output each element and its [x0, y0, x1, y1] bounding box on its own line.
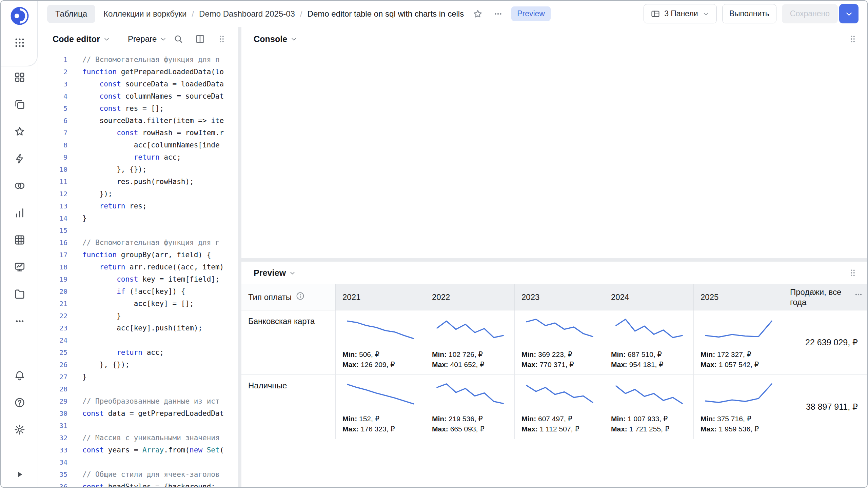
line-number: 22	[38, 310, 67, 322]
column-header[interactable]: Продажи, все года	[783, 284, 867, 310]
preview-table: Тип оплаты20212022202320242025Продажи, в…	[241, 284, 867, 439]
console-title[interactable]: Console	[254, 34, 287, 44]
line-number: 10	[38, 163, 67, 176]
settings-icon[interactable]	[13, 423, 26, 436]
line-number: 18	[38, 261, 67, 273]
breadcrumb-item[interactable]: Demo editor table on sql with charts in …	[308, 9, 464, 19]
panels-layout-icon	[651, 9, 660, 19]
breadcrumb-item[interactable]: Коллекции и воркбуки	[103, 9, 186, 19]
panels-dropdown-button[interactable]: 3 Панели	[644, 4, 717, 23]
dashboards-icon[interactable]	[13, 70, 26, 84]
line-number: 14	[38, 212, 67, 224]
favorite-star-icon[interactable]	[471, 7, 484, 20]
chevron-down-icon[interactable]	[103, 36, 110, 43]
column-header[interactable]: 2025	[694, 284, 783, 310]
more-icon[interactable]	[13, 314, 26, 328]
info-icon[interactable]	[296, 291, 305, 303]
chart-cell: Min: 152, ₽Max: 176 323, ₽	[336, 375, 425, 439]
notifications-icon[interactable]	[13, 369, 26, 382]
sparkline-chart	[702, 316, 775, 345]
more-actions-icon[interactable]	[492, 7, 505, 20]
chevron-down-icon[interactable]	[290, 36, 297, 43]
collections-icon[interactable]	[13, 98, 26, 111]
code-line: 22 }	[38, 310, 238, 322]
storage-icon[interactable]	[13, 287, 26, 301]
column-header[interactable]: 2021	[336, 284, 425, 310]
code-line: 1// Вспомогательная функция для п	[38, 54, 238, 66]
column-header[interactable]: 2022	[425, 284, 515, 310]
column-header-label: 2022	[432, 292, 450, 302]
code-lines[interactable]: 1// Вспомогательная функция для п2functi…	[38, 51, 238, 487]
min-value: Min: 369 223, ₽	[521, 349, 598, 360]
line-number: 35	[38, 468, 67, 481]
column-header-label: 2023	[521, 292, 539, 302]
code-editor-header: Code editor Prepare	[38, 27, 238, 51]
apps-grid-icon[interactable]	[13, 36, 26, 49]
view-switcher-button[interactable]: Таблица	[47, 5, 95, 23]
column-menu-icon[interactable]	[854, 290, 863, 302]
collapse-sidebar-icon[interactable]	[13, 468, 26, 481]
saved-button-label: Сохранено	[790, 9, 830, 18]
drag-handle-icon[interactable]	[847, 267, 859, 279]
console-header: Console	[241, 27, 867, 51]
line-number: 8	[38, 139, 67, 151]
run-button[interactable]: Выполнить	[722, 4, 776, 23]
max-value: Max: 126 209, ₽	[342, 360, 419, 370]
min-value: Min: 1 007 933, ₽	[611, 414, 687, 424]
line-number: 9	[38, 151, 67, 163]
preview-title[interactable]: Preview	[254, 268, 286, 278]
preview-badge[interactable]: Preview	[511, 6, 551, 21]
code-line: 27}	[38, 371, 238, 383]
split-view-icon[interactable]	[194, 33, 206, 45]
chevron-down-icon[interactable]	[160, 36, 167, 43]
line-number: 2	[38, 66, 67, 78]
save-menu-button[interactable]	[839, 4, 859, 23]
column-header[interactable]: 2024	[604, 284, 694, 310]
breadcrumb-item[interactable]: Demo Dashboard 2025-03	[199, 9, 295, 19]
code-line: 6 sourceData.filter(item => ite	[38, 115, 238, 127]
max-value: Max: 1 959 536, ₽	[701, 424, 777, 434]
code-line: 16// Вспомогательная функция для г	[38, 237, 238, 249]
chart-cell: Min: 102 726, ₽Max: 401 652, ₽	[425, 310, 515, 375]
help-icon[interactable]	[13, 396, 26, 409]
line-number: 16	[38, 237, 67, 249]
column-header[interactable]: Тип оплаты	[241, 284, 336, 310]
search-icon[interactable]	[173, 33, 184, 45]
chart-cell: Min: 607 497, ₽Max: 1 112 507, ₽	[515, 375, 604, 439]
chevron-down-icon	[702, 10, 710, 18]
code-line: 32// Массив с уникальными значения	[38, 432, 238, 444]
tables-icon[interactable]	[13, 233, 26, 247]
preview-panel: Preview Тип оплаты20212022202320242025Пр…	[241, 262, 867, 487]
sparkline-chart	[344, 380, 417, 410]
code-editor-title[interactable]: Code editor	[53, 34, 100, 44]
column-header[interactable]: 2023	[515, 284, 604, 310]
code-line: 3 const sourceData = loadedData	[38, 78, 238, 90]
code-line: 28	[38, 383, 238, 395]
editor-mode-label[interactable]: Prepare	[128, 34, 157, 44]
sparkline-chart	[702, 380, 775, 410]
chart-cell: Min: 219 536, ₽Max: 665 093, ₽	[425, 375, 515, 439]
datalens-logo-icon[interactable]	[9, 5, 30, 26]
drag-handle-icon[interactable]	[847, 33, 859, 45]
line-number: 25	[38, 346, 67, 359]
max-value: Max: 1 112 507, ₽	[521, 424, 598, 434]
favorites-icon[interactable]	[13, 125, 26, 138]
code-line: 21 acc[key] = [];	[38, 298, 238, 310]
horizontal-panel-resizer[interactable]	[241, 258, 867, 262]
topbar: Таблица Коллекции и воркбуки/Demo Dashbo…	[38, 1, 867, 27]
chart-cell: Min: 369 223, ₽Max: 770 371, ₽	[515, 310, 604, 375]
chevron-down-icon[interactable]	[289, 269, 296, 277]
code-line: 2function getPreparedLoadedData(lo	[38, 66, 238, 78]
quick-actions-icon[interactable]	[13, 152, 26, 165]
max-value: Max: 1 721 255, ₽	[611, 424, 687, 434]
right-panels: Console Preview Тип оплаты20212022202320…	[241, 27, 867, 487]
code-line: 25 return acc;	[38, 346, 238, 359]
charts-icon[interactable]	[13, 206, 26, 220]
code-line: 35// Общие стили для ячеек-заголов	[38, 468, 238, 481]
drag-handle-icon[interactable]	[216, 33, 228, 45]
connections-icon[interactable]	[13, 179, 26, 192]
editor-icon[interactable]	[13, 260, 26, 274]
max-value: Max: 401 652, ₽	[432, 360, 508, 370]
vertical-panel-resizer[interactable]	[238, 27, 241, 487]
column-header-label: Тип оплаты	[248, 292, 292, 302]
